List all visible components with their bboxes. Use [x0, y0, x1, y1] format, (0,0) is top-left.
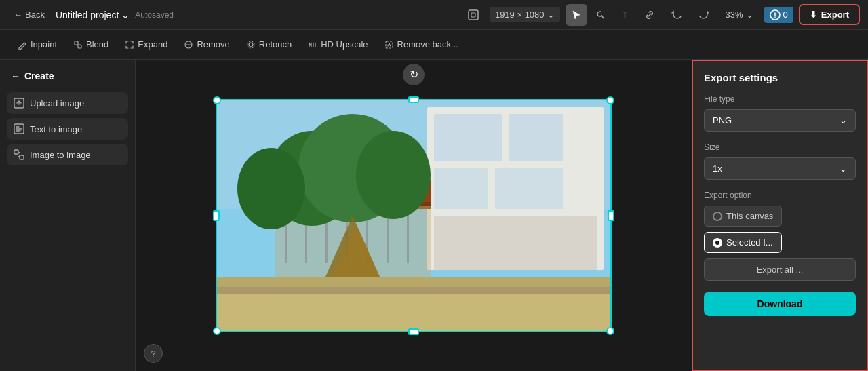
svg-rect-2	[75, 41, 78, 45]
handle-top-middle[interactable]	[408, 96, 419, 103]
export-label: Export	[821, 9, 849, 20]
file-type-chevron-icon: ⌄	[840, 115, 847, 125]
this-canvas-option[interactable]: This canvas	[704, 206, 782, 227]
svg-rect-7	[386, 41, 393, 48]
retouch-button[interactable]: Retouch	[239, 36, 298, 53]
expand-label: Expand	[138, 39, 167, 50]
help-button[interactable]: ?	[144, 344, 163, 363]
export-download-icon: ⬇	[810, 9, 817, 20]
text-image-icon	[14, 123, 24, 134]
canvas-size-button[interactable]: 1919 × 1080 ⌄	[490, 7, 560, 22]
link-tool-button[interactable]	[639, 4, 660, 26]
notification-button[interactable]: 0	[764, 7, 793, 23]
text-to-image-label: Text to image	[30, 124, 82, 134]
svg-point-36	[237, 148, 305, 229]
selected-radio-dot	[713, 238, 722, 248]
size-select[interactable]: 1x ⌄	[704, 157, 856, 180]
remove-button[interactable]: Remove	[177, 36, 236, 53]
back-icon: ←	[14, 9, 22, 20]
cursor-tool-button[interactable]	[566, 4, 587, 26]
upload-image-label: Upload image	[30, 98, 84, 109]
create-label: Create	[24, 71, 54, 81]
image-toolbar: Inpaint Blend Expand Remove Retouch HD U…	[0, 30, 868, 60]
sidebar: ← Create Upload image Text to image Imag…	[0, 60, 136, 371]
canvas-area[interactable]: ↻	[136, 60, 692, 371]
project-name[interactable]: Untitled project ⌄	[56, 9, 130, 20]
canvas-size-chevron-icon: ⌄	[547, 9, 555, 20]
handle-bottom-left[interactable]	[213, 327, 221, 335]
topbar-center: 1919 × 1080 ⌄ T	[462, 4, 715, 26]
svg-rect-22	[434, 216, 597, 270]
hd-upscale-button[interactable]: HD Upscale	[301, 36, 374, 53]
resize-icon-btn[interactable]	[462, 4, 484, 26]
canvas-image	[217, 100, 610, 331]
inpaint-label: Inpaint	[31, 39, 57, 50]
this-canvas-option-label: This canvas	[726, 211, 773, 221]
size-label: Size	[704, 142, 856, 152]
remove-back-label: Remove back...	[397, 39, 458, 50]
project-name-chevron-icon: ⌄	[121, 9, 130, 20]
blend-button[interactable]: Blend	[66, 36, 115, 53]
svg-rect-0	[469, 10, 478, 20]
retouch-label: Retouch	[259, 39, 292, 50]
svg-point-37	[356, 131, 431, 219]
file-type-section: File type PNG ⌄	[704, 94, 856, 132]
canvas-container	[216, 99, 612, 332]
size-value: 1x	[713, 163, 722, 174]
svg-rect-18	[434, 114, 502, 161]
main-area: ← Create Upload image Text to image Imag…	[0, 60, 868, 371]
svg-rect-11	[20, 155, 24, 159]
svg-point-5	[249, 43, 253, 47]
zoom-label: 33%	[726, 9, 743, 20]
remove-background-button[interactable]: Remove back...	[378, 36, 465, 53]
remove-label: Remove	[197, 39, 229, 50]
topbar-left: ← Back Untitled project ⌄ Autosaved	[8, 7, 457, 22]
canvas-size-label: 1919 × 1080	[495, 9, 545, 20]
back-button[interactable]: ← Back	[8, 7, 50, 22]
export-all-button[interactable]: Export all ...	[704, 258, 856, 281]
svg-rect-20	[434, 168, 488, 209]
zoom-button[interactable]: 33% ⌄	[720, 7, 759, 22]
zoom-chevron-icon: ⌄	[746, 9, 753, 20]
handle-bottom-middle[interactable]	[408, 328, 419, 335]
handle-bottom-right[interactable]	[606, 327, 614, 335]
svg-rect-41	[217, 277, 610, 287]
hd-upscale-label: HD Upscale	[321, 39, 368, 50]
back-label: Back	[25, 9, 45, 20]
sidebar-item-upload-image[interactable]: Upload image	[7, 92, 128, 114]
lasso-tool-button[interactable]	[590, 4, 612, 26]
expand-button[interactable]: Expand	[118, 36, 174, 53]
download-button[interactable]: Download	[704, 292, 856, 316]
text-tool-button[interactable]: T	[614, 4, 636, 26]
svg-rect-33	[407, 209, 409, 263]
notif-count-label: 0	[783, 9, 788, 20]
redo-button[interactable]	[693, 4, 715, 26]
blend-label: Blend	[86, 39, 108, 50]
sidebar-item-text-to-image[interactable]: Text to image	[7, 118, 128, 140]
selected-option-label: Selected I...	[726, 237, 773, 248]
refresh-button[interactable]: ↻	[403, 64, 425, 85]
topbar: ← Back Untitled project ⌄ Autosaved 1919…	[0, 0, 868, 30]
export-panel-title: Export settings	[704, 72, 856, 83]
upload-icon	[14, 98, 24, 109]
handle-top-right[interactable]	[606, 96, 614, 104]
handle-middle-right[interactable]	[608, 210, 614, 221]
this-canvas-radio-dot	[713, 212, 722, 221]
sidebar-item-image-to-image[interactable]: Image to image	[7, 144, 128, 165]
svg-rect-10	[14, 150, 18, 154]
image-to-image-label: Image to image	[30, 150, 91, 160]
export-panel: Export settings File type PNG ⌄ Size 1x …	[692, 60, 868, 371]
export-option-group: This canvas Selected I...	[704, 206, 856, 253]
inpaint-button[interactable]: Inpaint	[11, 36, 64, 53]
file-type-label: File type	[704, 94, 856, 104]
size-chevron-icon: ⌄	[840, 163, 847, 174]
handle-top-left[interactable]	[213, 96, 221, 104]
undo-button[interactable]	[666, 4, 688, 26]
export-button[interactable]: ⬇ Export	[799, 4, 860, 25]
file-type-value: PNG	[713, 115, 732, 125]
selected-option[interactable]: Selected I...	[704, 232, 782, 253]
export-option-label: Export option	[704, 191, 856, 200]
sidebar-title: ← Create	[7, 68, 128, 88]
file-type-select[interactable]: PNG ⌄	[704, 109, 856, 132]
handle-middle-left[interactable]	[213, 210, 220, 221]
